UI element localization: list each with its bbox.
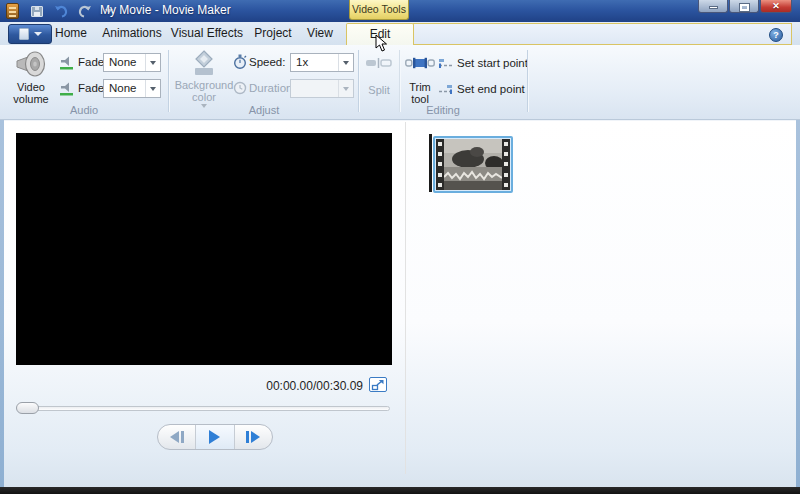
set-start-point-button[interactable]: Set start point <box>438 54 528 72</box>
fade-in-dropdown-button[interactable] <box>145 54 160 71</box>
next-frame-icon <box>251 431 260 443</box>
close-icon: ✕ <box>772 1 780 12</box>
duration-value <box>291 80 338 97</box>
ribbon-tab-row: ? Home Animations Visual Effects Project… <box>0 22 800 45</box>
video-preview <box>16 133 392 365</box>
duration-label: Duration: <box>249 82 296 94</box>
duration-dropdown-button[interactable] <box>338 80 353 97</box>
play-icon <box>209 430 220 444</box>
chevron-down-icon <box>150 87 156 91</box>
trim-tool-label: Trim tool <box>403 81 437 105</box>
fade-out-select[interactable]: None <box>103 79 161 98</box>
storyboard-clip-selected[interactable] <box>433 136 513 193</box>
fade-in-value: None <box>104 54 145 71</box>
previous-frame-icon <box>170 431 179 443</box>
undo-button[interactable] <box>52 3 70 19</box>
time-display: 00:00.00/00:30.09 <box>200 379 363 393</box>
video-volume-label: Video volume <box>4 81 58 105</box>
speed-dropdown-button[interactable] <box>338 54 353 71</box>
maximize-button[interactable] <box>729 0 759 13</box>
speed-label: Speed: <box>249 56 285 68</box>
duration-select[interactable] <box>290 79 354 98</box>
audio-group-label: Audio <box>4 104 164 116</box>
movie-maker-window: My Movie - Movie Maker Video Tools ✕ ? H… <box>0 0 800 494</box>
film-sprockets-right <box>502 139 510 190</box>
film-sprockets-left <box>436 139 444 190</box>
previous-frame-button[interactable] <box>158 425 195 449</box>
redo-icon <box>78 5 92 18</box>
group-separator <box>168 50 169 112</box>
set-end-point-icon <box>438 84 453 95</box>
fade-out-icon <box>59 82 75 96</box>
preview-storyboard-divider <box>405 122 406 474</box>
chevron-down-icon <box>343 61 349 65</box>
split-icon <box>365 56 393 70</box>
fullscreen-button[interactable] <box>369 377 387 392</box>
bottom-edge-bar <box>0 487 800 494</box>
fade-out-dropdown-button[interactable] <box>145 80 160 97</box>
speaker-icon <box>15 50 47 78</box>
separator <box>399 50 400 112</box>
seek-slider-handle[interactable] <box>16 402 39 414</box>
trim-icon <box>405 57 435 69</box>
fade-in-icon <box>59 56 75 70</box>
window-border-left <box>0 120 4 487</box>
save-button[interactable] <box>28 3 46 19</box>
filmstrip-icon <box>436 139 510 190</box>
redo-button[interactable] <box>76 3 94 19</box>
close-button[interactable]: ✕ <box>760 0 792 13</box>
background-color-label: Background color <box>174 79 234 103</box>
speed-select[interactable]: 1x <box>290 53 354 72</box>
speed-value: 1x <box>291 54 338 71</box>
stopwatch-icon <box>233 54 247 69</box>
clip-thumbnail <box>444 139 502 190</box>
set-start-point-label: Set start point <box>457 57 528 69</box>
seek-slider-track[interactable] <box>18 406 390 411</box>
fade-in-select[interactable]: None <box>103 53 161 72</box>
play-button[interactable] <box>195 425 233 449</box>
ribbon: Video volume Fade in: None Fade out: Non… <box>0 45 800 120</box>
split-label: Split <box>368 84 389 96</box>
save-icon <box>31 6 43 17</box>
maximize-icon <box>740 4 749 11</box>
undo-icon <box>54 5 68 18</box>
clock-icon <box>233 81 247 95</box>
tab-view[interactable]: View <box>298 22 342 45</box>
next-frame-button[interactable] <box>234 425 272 449</box>
window-title: My Movie - Movie Maker <box>100 0 231 22</box>
window-border-right <box>796 120 800 487</box>
set-end-point-button[interactable]: Set end point <box>438 80 525 98</box>
video-tools-contextual-label: Video Tools <box>349 0 409 20</box>
group-separator <box>358 50 359 112</box>
chevron-down-icon <box>343 87 349 91</box>
file-menu-icon <box>19 28 29 40</box>
tab-visual-effects[interactable]: Visual Effects <box>166 22 248 45</box>
set-end-point-label: Set end point <box>457 83 525 95</box>
app-icon[interactable] <box>6 3 19 19</box>
tab-home[interactable]: Home <box>44 22 98 45</box>
help-button[interactable]: ? <box>769 28 783 42</box>
chevron-down-icon <box>34 32 42 36</box>
set-start-point-icon <box>438 58 453 69</box>
editing-group-label: Editing <box>360 104 526 116</box>
adjust-group-label: Adjust <box>174 104 354 116</box>
mouse-cursor <box>375 34 388 52</box>
previous-frame-bar <box>181 431 184 443</box>
tab-animations[interactable]: Animations <box>100 22 164 45</box>
minimize-button[interactable] <box>698 0 728 13</box>
minimize-icon <box>709 6 718 9</box>
storyboard-playhead[interactable] <box>429 134 432 192</box>
group-separator <box>527 50 528 112</box>
titlebar: My Movie - Movie Maker Video Tools ✕ <box>0 0 800 22</box>
contextual-tab-strip: ? <box>413 23 792 45</box>
fullscreen-icon <box>370 379 386 392</box>
next-frame-bar <box>246 431 249 443</box>
playback-controls <box>157 424 273 450</box>
paint-pour-icon <box>190 50 218 76</box>
fade-out-value: None <box>104 80 145 97</box>
tab-project[interactable]: Project <box>250 22 296 45</box>
chevron-down-icon <box>150 61 156 65</box>
